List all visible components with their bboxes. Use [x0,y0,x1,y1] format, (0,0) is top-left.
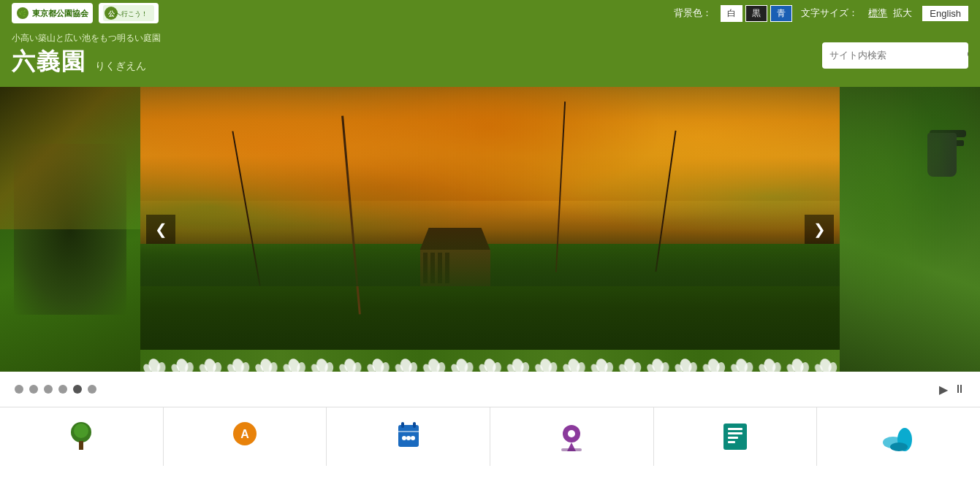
tpa-label: 東京都公園協会 [32,8,88,19]
search-icon [967,49,968,62]
search-area [822,42,968,69]
svg-rect-13 [79,441,83,450]
svg-rect-29 [728,428,742,430]
map-icon [554,419,589,454]
carousel-play-button[interactable]: ▶ [939,383,948,396]
carousel-pause-button[interactable]: ⏸ [954,383,965,396]
nav-item-gallery[interactable] [817,407,980,466]
bg-black-button[interactable]: 黒 [745,5,767,22]
carousel: ❮ ❯ [0,87,980,372]
svg-rect-11 [140,350,840,372]
header-main: 小高い築山と広い池をもつ明るい庭園 六義園 りくぎえん [0,26,980,87]
tpa-logo[interactable]: 🌿 東京都公園協会 [12,3,93,23]
carousel-prev-button[interactable]: ❮ [146,215,175,244]
carousel-left-panel [0,87,140,372]
bg-color-label: 背景色： [674,7,712,20]
nav-item-events[interactable] [327,407,490,466]
leaf-border [140,350,840,372]
events-icon [391,419,426,454]
font-large-button[interactable]: 拡大 [892,7,913,20]
svg-point-25 [568,430,575,437]
kouai-logo[interactable]: 公 へ行こう！ [99,3,159,23]
info-icon [718,419,753,454]
svg-rect-32 [728,441,735,443]
site-title-main: 六義園 [12,46,86,78]
site-title-area: 小高い築山と広い池をもつ明るい庭園 六義園 りくぎえん [12,32,161,78]
site-title-reading: りくぎえん [95,60,146,73]
svg-rect-27 [561,448,582,451]
carousel-dot-0[interactable] [15,385,23,394]
svg-text:へ行こう！: へ行こう！ [115,10,148,18]
svg-text:A: A [240,428,249,440]
bg-blue-button[interactable]: 青 [770,5,792,22]
carousel-dot-2[interactable] [44,385,53,394]
svg-rect-20 [398,431,419,432]
english-button[interactable]: English [922,6,968,21]
site-subtitle: 小高い築山と広い池をもつ明るい庭園 [12,32,161,45]
access-icon: A [227,419,262,454]
svg-point-22 [406,436,411,440]
carousel-dot-3[interactable] [58,385,67,394]
svg-rect-19 [413,422,416,428]
search-input[interactable] [822,50,960,61]
site-title: 六義園 りくぎえん [12,46,161,78]
header-top-bar: 🌿 東京都公園協会 公 へ行こう！ 背景色： 白 黒 青 文字サイズ： 標準 拡… [0,0,980,26]
svg-point-23 [411,436,415,440]
nav-item-info[interactable] [654,407,818,466]
logo-area: 🌿 東京都公園協会 公 へ行こう！ [12,3,159,23]
carousel-dot-1[interactable] [29,385,38,394]
svg-point-14 [74,424,88,438]
bg-white-button[interactable]: 白 [721,5,742,22]
carousel-dots [15,385,96,394]
svg-point-21 [402,436,406,440]
nav-item-map[interactable] [490,407,654,466]
carousel-next-button[interactable]: ❯ [805,215,834,244]
carousel-right-panel [840,87,980,372]
carousel-dot-4[interactable] [73,385,82,394]
font-size-label: 文字サイズ： [801,7,858,20]
svg-rect-31 [728,437,738,439]
playback-controls: ▶ ⏸ [939,383,965,396]
search-button[interactable] [960,49,968,62]
controls-area: 背景色： 白 黒 青 文字サイズ： 標準 拡大 English [674,5,968,22]
carousel-controls: ▶ ⏸ [0,372,980,407]
icon-navigation: A [0,407,980,466]
font-size-buttons: 標準 拡大 [867,7,913,20]
gallery-icon [881,419,916,454]
svg-point-35 [890,442,908,451]
carousel-center [140,87,840,372]
nav-item-about[interactable] [0,407,164,466]
svg-rect-30 [728,432,742,434]
carousel-dot-5[interactable] [88,385,96,394]
svg-text:🌿: 🌿 [18,9,28,18]
font-standard-button[interactable]: 標準 [867,7,889,20]
tree-icon [64,419,99,454]
nav-item-access[interactable]: A [164,407,327,466]
svg-rect-18 [401,422,404,428]
bg-color-buttons: 白 黒 青 [721,5,792,22]
